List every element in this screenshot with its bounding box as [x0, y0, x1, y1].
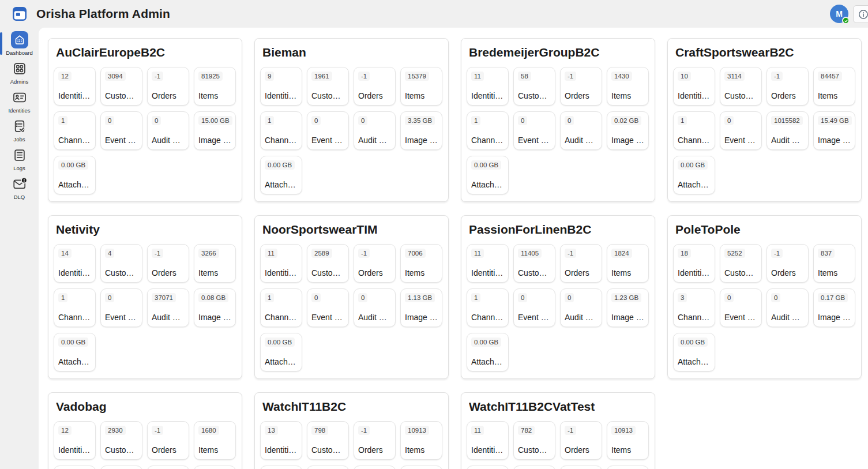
stat-tile[interactable]: 798 Custo…: [307, 421, 349, 460]
stat-tile[interactable]: 11405 Custo…: [513, 244, 555, 283]
stat-tile[interactable]: 1 Chann…: [467, 288, 509, 327]
stat-tile[interactable]: 782 Custo…: [513, 421, 555, 460]
stat-tile[interactable]: [467, 466, 509, 469]
stat-tile[interactable]: 0 Event …: [100, 111, 142, 150]
stat-tile[interactable]: 10913 Items: [607, 421, 649, 460]
stat-tile[interactable]: 3094 Custo…: [100, 67, 142, 106]
stat-tile[interactable]: -1 Orders: [354, 421, 396, 460]
sidebar-item-jobs[interactable]: Jobs: [0, 118, 39, 143]
stat-tile[interactable]: 0 Event …: [513, 288, 555, 327]
stat-tile[interactable]: 1 Chann…: [260, 111, 302, 150]
stat-tile[interactable]: 12 Identiti…: [54, 67, 96, 106]
stat-tile[interactable]: 37071 Audit …: [147, 288, 189, 327]
stat-tile[interactable]: 58 Custo…: [513, 67, 555, 106]
stat-tile[interactable]: [260, 466, 302, 469]
sidebar-item-identities[interactable]: Identities: [0, 89, 39, 114]
stat-tile[interactable]: 0 Event …: [720, 111, 762, 150]
stat-tile[interactable]: 13 Identiti…: [260, 421, 302, 460]
stat-tile[interactable]: 15379 Items: [400, 67, 442, 106]
stat-tile[interactable]: 1680 Items: [194, 421, 236, 460]
sidebar-item-admins[interactable]: Admins: [0, 60, 39, 85]
stat-tile[interactable]: 4 Custo…: [100, 244, 142, 283]
stat-tile[interactable]: -1 Orders: [354, 67, 396, 106]
stat-tile[interactable]: [560, 466, 602, 469]
stat-tile[interactable]: 0 Event …: [307, 111, 349, 150]
stat-tile[interactable]: -1 Orders: [560, 421, 602, 460]
stat-tile[interactable]: 1430 Items: [607, 67, 649, 106]
stat-tile[interactable]: [354, 466, 396, 469]
stat-tile[interactable]: 81925 Items: [194, 67, 236, 106]
stat-tile[interactable]: [307, 466, 349, 469]
stat-tile[interactable]: 0.02 GB Image …: [607, 111, 649, 150]
stat-tile[interactable]: 0.08 GB Image …: [194, 288, 236, 327]
stat-tile[interactable]: 0 Audit …: [147, 111, 189, 150]
user-avatar[interactable]: M: [830, 5, 848, 23]
stat-tile[interactable]: 0.00 GB Attach…: [54, 333, 96, 372]
stat-tile[interactable]: 0.17 GB Image …: [813, 288, 855, 327]
stat-tile[interactable]: 1824 Items: [607, 244, 649, 283]
stat-tile[interactable]: 837 Items: [813, 244, 855, 283]
stat-tile[interactable]: 1.23 GB Image …: [607, 288, 649, 327]
stat-tile[interactable]: 1 Chann…: [260, 288, 302, 327]
stat-tile[interactable]: 15.49 GB Image …: [813, 111, 855, 150]
stat-tile[interactable]: 12 Identiti…: [54, 421, 96, 460]
stat-tile[interactable]: 0.00 GB Attach…: [260, 333, 302, 372]
stat-tile[interactable]: -1 Orders: [147, 421, 189, 460]
stat-tile[interactable]: 1015582 Audit …: [766, 111, 809, 150]
stat-tile[interactable]: 0 Audit …: [560, 288, 602, 327]
stat-tile[interactable]: [607, 466, 649, 469]
stat-tile[interactable]: 0.00 GB Attach…: [467, 333, 509, 372]
stat-tile[interactable]: -1 Orders: [354, 244, 396, 283]
stat-tile[interactable]: 0.00 GB Attach…: [673, 156, 715, 194]
stat-tile[interactable]: 0 Event …: [513, 111, 555, 150]
stat-tile[interactable]: 18 Identiti…: [673, 244, 715, 283]
stat-tile[interactable]: -1 Orders: [560, 244, 602, 283]
stat-tile[interactable]: -1 Orders: [147, 67, 189, 106]
stat-tile[interactable]: 1 Chann…: [673, 111, 715, 150]
stat-tile[interactable]: 0 Audit …: [560, 111, 602, 150]
stat-tile[interactable]: 11 Identiti…: [260, 244, 302, 283]
stat-tile[interactable]: -1 Orders: [766, 67, 809, 106]
stat-tile[interactable]: 10913 Items: [400, 421, 442, 460]
stat-tile[interactable]: 9 Identiti…: [260, 67, 302, 106]
stat-tile[interactable]: [147, 466, 189, 469]
stat-tile[interactable]: 0 Audit …: [354, 111, 396, 150]
stat-tile[interactable]: 1 Chann…: [54, 288, 96, 327]
stat-tile[interactable]: 1 Chann…: [467, 111, 509, 150]
stat-tile[interactable]: 0.00 GB Attach…: [54, 156, 96, 194]
stat-tile[interactable]: 0.00 GB Attach…: [467, 156, 509, 194]
sidebar-item-dashboard[interactable]: Dashboard: [0, 31, 39, 57]
stat-tile[interactable]: 3 Chann…: [673, 288, 715, 327]
stat-tile[interactable]: 2930 Custo…: [100, 421, 142, 460]
stat-tile[interactable]: 0.00 GB Attach…: [260, 156, 302, 194]
stat-tile[interactable]: -1 Orders: [147, 244, 189, 283]
stat-tile[interactable]: 11 Identiti…: [467, 244, 509, 283]
info-button[interactable]: [853, 5, 868, 23]
stat-tile[interactable]: 1.13 GB Image …: [400, 288, 442, 327]
stat-tile[interactable]: [54, 466, 96, 469]
stat-tile[interactable]: 0.00 GB Attach…: [673, 333, 715, 372]
sidebar-item-logs[interactable]: Logs: [0, 147, 39, 172]
stat-tile[interactable]: 1961 Custo…: [307, 67, 349, 106]
sidebar-item-dlq[interactable]: DLQ: [0, 175, 39, 201]
stat-tile[interactable]: 2589 Custo…: [307, 244, 349, 283]
stat-tile[interactable]: [194, 466, 236, 469]
stat-tile[interactable]: 3.35 GB Image …: [400, 111, 442, 150]
stat-tile[interactable]: -1 Orders: [560, 67, 602, 106]
stat-tile[interactable]: -1 Orders: [766, 244, 809, 283]
stat-tile[interactable]: 3114 Custo…: [720, 67, 762, 106]
stat-tile[interactable]: [400, 466, 442, 469]
stat-tile[interactable]: 0 Event …: [100, 288, 142, 327]
stat-tile[interactable]: [100, 466, 142, 469]
stat-tile[interactable]: 1 Chann…: [54, 111, 96, 150]
stat-tile[interactable]: 3266 Items: [194, 244, 236, 283]
stat-tile[interactable]: 0 Event …: [720, 288, 762, 327]
stat-tile[interactable]: 0 Event …: [307, 288, 349, 327]
stat-tile[interactable]: 11 Identiti…: [467, 421, 509, 460]
stat-tile[interactable]: 5252 Custo…: [720, 244, 762, 283]
stat-tile[interactable]: 0 Audit …: [766, 288, 809, 327]
stat-tile[interactable]: 11 Identiti…: [467, 67, 509, 106]
stat-tile[interactable]: 10 Identiti…: [673, 67, 715, 106]
stat-tile[interactable]: 0 Audit …: [354, 288, 396, 327]
stat-tile[interactable]: 84457 Items: [813, 67, 855, 106]
